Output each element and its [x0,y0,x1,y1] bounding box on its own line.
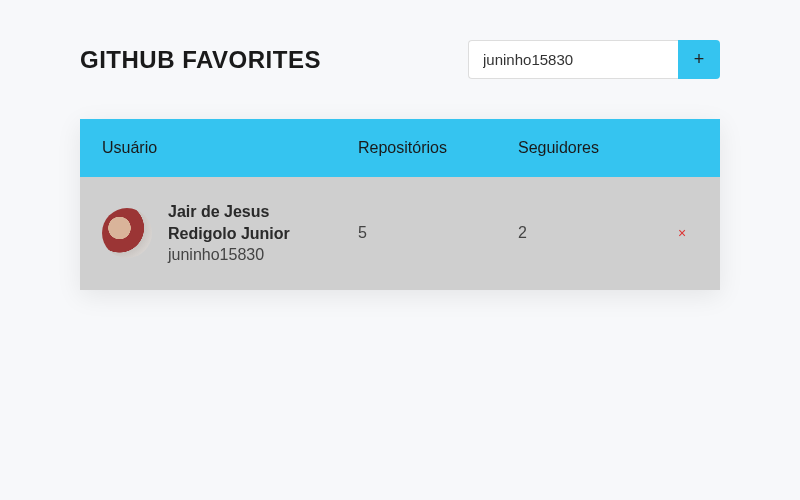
column-header-action [656,119,720,177]
column-header-repos: Repositórios [336,119,496,177]
column-header-followers: Seguidores [496,119,656,177]
search-input[interactable] [468,40,678,79]
table-row: Jair de Jesus Redigolo Junior juninho158… [80,177,720,290]
user-name: Jair de Jesus Redigolo Junior [168,201,314,244]
repos-value: 5 [336,177,496,290]
close-icon: × [678,225,686,241]
add-button[interactable]: + [678,40,720,79]
avatar [102,208,152,258]
favorites-table: Usuário Repositórios Seguidores Jair de … [80,119,720,290]
column-header-user: Usuário [80,119,336,177]
search-box: + [468,40,720,79]
user-login: juninho15830 [168,244,314,266]
followers-value: 2 [496,177,656,290]
page-title: GITHUB FAVORITES [80,46,321,74]
user-cell: Jair de Jesus Redigolo Junior juninho158… [102,201,314,266]
remove-button[interactable]: × [678,225,686,241]
